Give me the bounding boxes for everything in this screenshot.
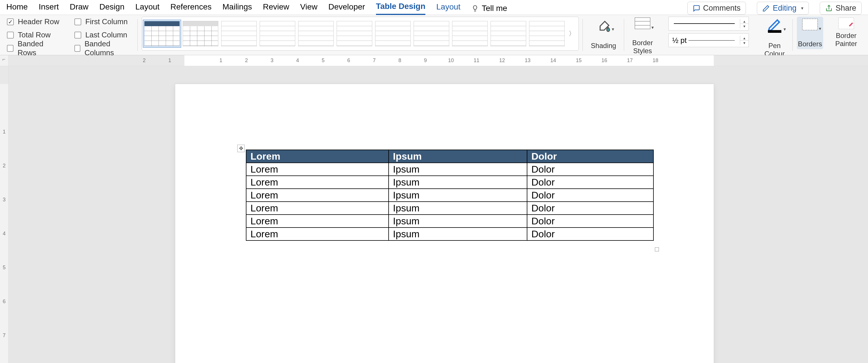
header-row-checkbox[interactable]: Header Row <box>7 16 62 28</box>
svg-rect-0 <box>635 18 650 29</box>
shading-button[interactable]: ▾ Shading <box>587 17 620 50</box>
tab-references[interactable]: References <box>170 2 211 15</box>
pencil-icon <box>762 5 770 12</box>
line-weight-select[interactable]: ½ pt ▴▾ <box>669 33 749 47</box>
chevron-down-icon: ▾ <box>819 26 821 31</box>
table-move-handle[interactable]: ✥ <box>237 145 245 152</box>
borders-button[interactable]: ▾ Borders <box>797 17 823 49</box>
table-cell[interactable]: Dolor <box>527 163 653 176</box>
table-cell[interactable]: Ipsum <box>389 227 527 241</box>
table-cell[interactable]: Ipsum <box>389 176 527 189</box>
table-row[interactable]: LoremIpsumDolor <box>246 163 653 176</box>
tell-me-search[interactable]: Tell me <box>471 4 507 13</box>
header-row-label: Header Row <box>18 17 59 26</box>
table-cell[interactable]: Ipsum <box>389 163 527 176</box>
horizontal-ruler[interactable]: 21123456789101112131415161718 <box>9 55 868 66</box>
tab-layout[interactable]: Layout <box>135 2 159 15</box>
svg-rect-3 <box>768 30 781 33</box>
table-cell[interactable]: Ipsum <box>389 215 527 227</box>
comments-label: Comments <box>703 4 741 13</box>
lightbulb-icon <box>471 5 479 12</box>
tab-review[interactable]: Review <box>263 2 289 15</box>
first-column-label: First Column <box>85 17 127 26</box>
table-cell[interactable]: Dolor <box>527 202 653 215</box>
line-style-select[interactable]: ▴▾ <box>669 17 749 30</box>
ribbon: Header Row First Column Total Row Last C… <box>0 15 868 55</box>
table-row[interactable]: LoremIpsumDolor <box>246 202 653 215</box>
tab-selector[interactable] <box>0 55 9 66</box>
table-cell[interactable]: Lorem <box>246 189 389 202</box>
table-cell[interactable]: Ipsum <box>389 189 527 202</box>
banded-rows-checkbox[interactable]: Banded Rows <box>7 42 62 54</box>
table-style-2[interactable] <box>183 21 218 46</box>
tab-table-design[interactable]: Table Design <box>376 2 425 15</box>
table-cell[interactable]: Lorem <box>246 227 389 241</box>
border-painter-label: Border Painter <box>835 32 857 48</box>
chevron-down-icon: ▾ <box>783 26 786 32</box>
table-cell[interactable]: Lorem <box>246 176 389 189</box>
line-style-down[interactable]: ▾ <box>740 24 748 28</box>
line-style-up[interactable]: ▴ <box>740 19 748 24</box>
table-row[interactable]: LoremIpsumDolor <box>246 227 653 241</box>
banded-columns-label: Banded Columns <box>85 39 133 57</box>
shading-group: ▾ Shading <box>583 17 624 53</box>
tab-home[interactable]: Home <box>6 2 28 15</box>
table-header-cell[interactable]: Dolor <box>527 150 653 163</box>
table-row[interactable]: LoremIpsumDolor <box>246 176 653 189</box>
border-styles-label: Border Styles <box>632 39 653 55</box>
comment-icon <box>693 5 700 12</box>
editing-mode-button[interactable]: Editing ▾ <box>757 2 809 15</box>
table-style-1[interactable] <box>144 21 180 46</box>
tab-design[interactable]: Design <box>99 2 124 15</box>
table-style-7[interactable] <box>375 21 411 46</box>
document-canvas[interactable]: ✥ LoremIpsumDolor LoremIpsumDolorLoremIp… <box>9 66 868 363</box>
vertical-ruler[interactable]: 12345678 <box>0 66 9 363</box>
banded-columns-checkbox[interactable]: Banded Columns <box>74 42 133 54</box>
table-style-6[interactable] <box>337 21 372 46</box>
first-column-checkbox[interactable]: First Column <box>74 16 133 28</box>
table-cell[interactable]: Lorem <box>246 202 389 215</box>
tab-table-layout[interactable]: Layout <box>436 2 460 15</box>
border-painter-button[interactable]: Border Painter <box>831 17 861 48</box>
line-weight-up[interactable]: ▴ <box>740 36 748 40</box>
tab-developer[interactable]: Developer <box>328 2 365 15</box>
tab-draw[interactable]: Draw <box>70 2 89 15</box>
table-cell[interactable]: Ipsum <box>389 202 527 215</box>
table-resize-handle[interactable] <box>655 247 659 251</box>
tab-view[interactable]: View <box>300 2 317 15</box>
workspace: 12345678 ✥ LoremIpsumDolor LoremIpsumDol… <box>0 66 868 363</box>
pen-weight-value: ½ pt <box>672 36 687 45</box>
table-style-10[interactable] <box>491 21 526 46</box>
chevron-down-icon: ▾ <box>651 25 654 30</box>
table-style-options-group: Header Row First Column Total Row Last C… <box>3 17 137 53</box>
borders-label: Borders <box>798 40 822 48</box>
table-style-4[interactable] <box>260 21 295 46</box>
table-style-11[interactable] <box>529 21 565 46</box>
line-weight-down[interactable]: ▾ <box>740 40 748 45</box>
table-row[interactable]: LoremIpsumDolor <box>246 189 653 202</box>
table-row[interactable]: LoremIpsumDolor <box>246 215 653 227</box>
table-cell[interactable]: Lorem <box>246 215 389 227</box>
table-cell[interactable]: Dolor <box>527 176 653 189</box>
border-painter-group: Border Painter <box>827 17 865 53</box>
table-header-cell[interactable]: Ipsum <box>389 150 527 163</box>
table-style-5[interactable] <box>298 21 334 46</box>
document-table[interactable]: LoremIpsumDolor LoremIpsumDolorLoremIpsu… <box>246 149 654 241</box>
table-cell[interactable]: Dolor <box>527 189 653 202</box>
tab-mailings[interactable]: Mailings <box>223 2 252 15</box>
share-button[interactable]: Share <box>820 2 862 15</box>
svg-rect-4 <box>802 19 817 30</box>
pen-colour-button[interactable]: ▾ Pen Colour <box>760 17 789 58</box>
table-style-3[interactable] <box>221 21 257 46</box>
table-cell[interactable]: Dolor <box>527 215 653 227</box>
table-style-9[interactable] <box>452 21 488 46</box>
table-cell[interactable]: Dolor <box>527 227 653 241</box>
tab-insert[interactable]: Insert <box>39 2 59 15</box>
table-header-cell[interactable]: Lorem <box>246 150 389 163</box>
table-styles-more[interactable]: 〉 <box>567 29 576 38</box>
table-cell[interactable]: Lorem <box>246 163 389 176</box>
comments-button[interactable]: Comments <box>687 2 746 15</box>
border-styles-button[interactable]: ▾ Border Styles <box>628 17 657 55</box>
horizontal-ruler-area: 21123456789101112131415161718 <box>0 55 868 66</box>
table-style-8[interactable] <box>413 21 449 46</box>
